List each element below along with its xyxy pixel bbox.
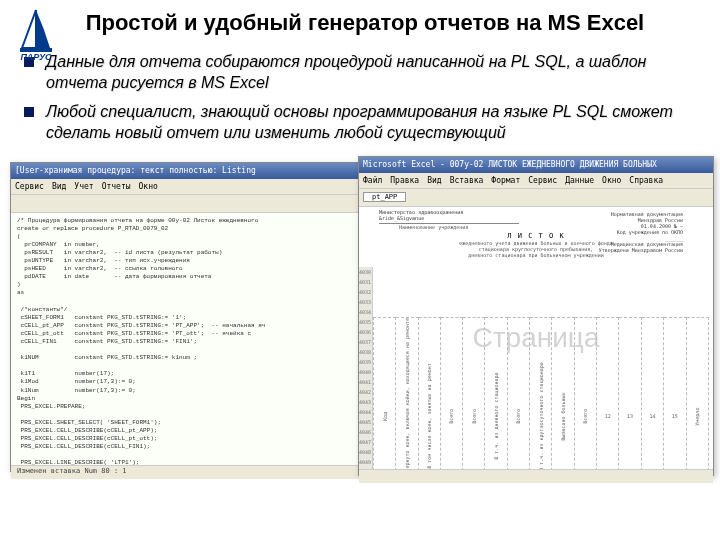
status-bar: Изменен вставка Num 80 : 1 bbox=[11, 465, 399, 479]
brand-logo: ПАРУС bbox=[8, 8, 64, 70]
window-title: [User-хранимая процедура: текст полность… bbox=[15, 166, 256, 175]
window-titlebar: Microsoft Excel - 007у-02 ЛИСТОК ЕЖЕДНЕВ… bbox=[359, 157, 713, 173]
col-header: Код bbox=[374, 317, 396, 469]
menu-item[interactable]: Вставка bbox=[450, 176, 484, 185]
col-header: Фактически развернуто коек, включая койк… bbox=[396, 317, 418, 469]
menu-bar[interactable]: Файл Правка Вид Вставка Формат Сервис Да… bbox=[359, 173, 713, 189]
toolbar[interactable]: pt_APP bbox=[359, 189, 713, 207]
menu-item[interactable]: Формат bbox=[491, 176, 520, 185]
col-header: В т.ч. из круглосуточного стационара bbox=[530, 317, 552, 469]
form-header-right: Нормативная документация Минздрав России… bbox=[599, 211, 683, 253]
slide-title: Простой и удобный генератор отчетов на M… bbox=[0, 0, 720, 52]
col-header: Всего bbox=[574, 317, 596, 469]
col-header: В т.ч. из дневного стационара bbox=[485, 317, 507, 469]
excel-status-bar bbox=[359, 469, 713, 483]
col-header: Всего bbox=[463, 317, 485, 469]
window-titlebar: [User-хранимая процедура: текст полность… bbox=[11, 163, 399, 179]
plsql-editor-window: [User-хранимая процедура: текст полность… bbox=[10, 162, 400, 472]
menu-item[interactable]: Справка bbox=[629, 176, 663, 185]
toolbar[interactable] bbox=[11, 195, 399, 213]
menu-bar[interactable]: Сервис Вид Учет Отчеты Окно bbox=[11, 179, 399, 195]
code-editor[interactable]: /* Процедура формирования отчета на форм… bbox=[11, 213, 399, 465]
worksheet[interactable]: Нормативная документация Минздрав России… bbox=[359, 207, 713, 469]
bullet-item: Данные для отчета собираются процедурой … bbox=[24, 52, 700, 94]
menu-item[interactable]: Сервис bbox=[528, 176, 557, 185]
form-org-sub: Наименование учреждения bbox=[379, 223, 519, 230]
menu-item[interactable]: Окно bbox=[602, 176, 621, 185]
col-header: Всего bbox=[440, 317, 462, 469]
col-header: Всего bbox=[507, 317, 529, 469]
window-title: Microsoft Excel - 007у-02 ЛИСТОК ЕЖЕДНЕВ… bbox=[363, 160, 657, 169]
col-header: 15 bbox=[664, 317, 686, 469]
menu-item[interactable]: Отчеты bbox=[102, 182, 131, 191]
bullet-item: Любой специалист, знающий основы програм… bbox=[24, 102, 700, 144]
col-header: 12 bbox=[597, 317, 619, 469]
menu-item[interactable]: Вид bbox=[427, 176, 441, 185]
menu-item[interactable]: Данные bbox=[565, 176, 594, 185]
excel-window: Microsoft Excel - 007у-02 ЛИСТОК ЕЖЕДНЕВ… bbox=[358, 156, 714, 476]
col-header: В том числе коек, занятых на ремонт bbox=[418, 317, 440, 469]
screenshots-area: [User-хранимая процедура: текст полность… bbox=[10, 162, 710, 492]
menu-item[interactable]: Вид bbox=[52, 182, 66, 191]
row-headers: 4030403140324033403440354036403740384039… bbox=[359, 267, 373, 469]
col-header: 14 bbox=[641, 317, 663, 469]
name-box[interactable]: pt_APP bbox=[363, 192, 406, 202]
bullet-icon bbox=[24, 107, 34, 117]
bullet-list: Данные для отчета собираются процедурой … bbox=[0, 52, 720, 161]
bullet-text: Любой специалист, знающий основы програм… bbox=[46, 102, 700, 144]
menu-item[interactable]: Учет bbox=[74, 182, 93, 191]
menu-item[interactable]: Правка bbox=[390, 176, 419, 185]
bullet-text: Данные для отчета собираются процедурой … bbox=[46, 52, 700, 94]
col-header: 13 bbox=[619, 317, 641, 469]
menu-item[interactable]: Сервис bbox=[15, 182, 44, 191]
menu-item[interactable]: Окно bbox=[139, 182, 158, 191]
col-header: Умерло bbox=[686, 317, 708, 469]
data-grid[interactable]: Код Фактически развернуто коек, включая … bbox=[373, 317, 709, 469]
col-header: Выписано больных bbox=[552, 317, 574, 469]
menu-item[interactable]: Файл bbox=[363, 176, 382, 185]
